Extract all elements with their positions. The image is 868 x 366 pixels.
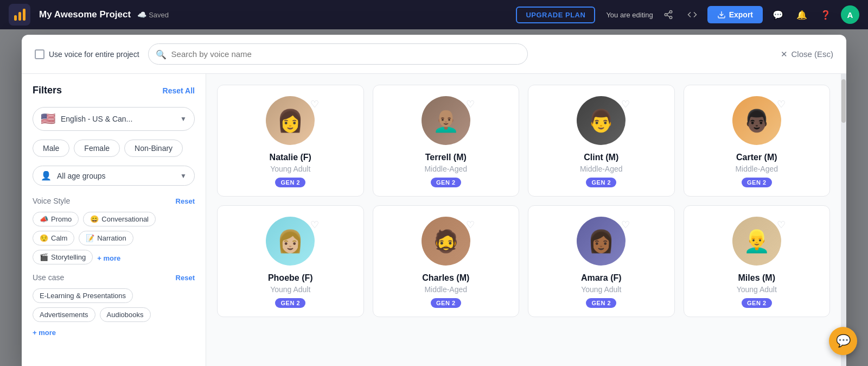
voice-search-input[interactable] xyxy=(148,43,528,65)
export-button[interactable]: Export xyxy=(707,6,763,23)
chat-icon-btn[interactable]: 💬 xyxy=(769,6,787,23)
style-storytelling-tag[interactable]: 🎬 Storytelling xyxy=(33,250,93,264)
usecase-ads-tag[interactable]: Advertisements xyxy=(33,307,95,322)
gender-nonbinary-button[interactable]: Non-Binary xyxy=(124,140,183,157)
chat-bubble-button[interactable]: 💬 xyxy=(829,327,857,355)
voice-card-phoebe[interactable]: 👩🏼 ♡ Phoebe (F) Young Adult GEN 2 xyxy=(217,205,364,317)
voice-card-carter[interactable]: 👨🏿 ♡ Carter (M) Middle-Aged GEN 2 xyxy=(684,85,831,197)
miles-gen-badge: GEN 2 xyxy=(742,298,772,308)
more-styles-button[interactable]: + more xyxy=(97,252,120,264)
voice-style-header: Voice Style Reset xyxy=(33,197,195,205)
terrell-favorite-button[interactable]: ♡ xyxy=(466,98,475,110)
narration-label: Narration xyxy=(97,234,126,242)
voice-picker-modal: Use voice for entire project 🔍 ✕ Close (… xyxy=(22,35,846,366)
user-avatar[interactable]: A xyxy=(841,5,859,24)
svg-point-1 xyxy=(665,14,667,16)
modal-scrollbar[interactable] xyxy=(841,74,846,366)
language-selector[interactable]: 🇺🇸 English - US & Can... ▼ xyxy=(33,107,195,131)
age-text: All age groups xyxy=(57,172,175,180)
age-chevron-icon: ▼ xyxy=(180,172,187,180)
usecase-elearning-tag[interactable]: E-Learning & Presentations xyxy=(33,288,133,303)
svg-line-4 xyxy=(667,12,669,14)
phoebe-avatar: 👩🏼 xyxy=(266,217,315,266)
reset-all-button[interactable]: Reset All xyxy=(163,86,195,95)
bell-button[interactable]: 🔔 xyxy=(793,6,810,23)
project-title: My Awesome Project xyxy=(39,9,131,20)
clint-avatar-wrap: 👨 ♡ xyxy=(577,96,626,145)
phoebe-favorite-button[interactable]: ♡ xyxy=(310,219,319,231)
carter-age: Middle-Aged xyxy=(735,165,778,173)
style-tags-group: 📣 Promo 😄 Conversational 😌 Calm 📝 xyxy=(33,212,195,264)
saved-status: ☁️ Saved xyxy=(137,10,169,19)
amara-gen-badge: GEN 2 xyxy=(586,298,616,308)
miles-favorite-button[interactable]: ♡ xyxy=(777,219,786,231)
voice-card-charles[interactable]: 🧔 ♡ Charles (M) Middle-Aged GEN 2 xyxy=(373,205,520,317)
voice-card-miles[interactable]: 👱‍♂️ ♡ Miles (M) Young Adult GEN 2 xyxy=(684,205,831,317)
miles-avatar: 👱‍♂️ xyxy=(732,217,781,266)
carter-gen-badge: GEN 2 xyxy=(742,178,772,187)
share-icon xyxy=(663,10,673,20)
style-conversational-tag[interactable]: 😄 Conversational xyxy=(83,212,156,226)
natalie-favorite-button[interactable]: ♡ xyxy=(310,98,319,110)
use-voice-checkbox[interactable] xyxy=(35,49,44,59)
voice-style-title: Voice Style xyxy=(33,197,70,205)
voice-card-natalie[interactable]: 👩 ♡ Natalie (F) Young Adult GEN 2 xyxy=(217,85,364,197)
clint-name: Clint (M) xyxy=(584,153,618,162)
modal-body: Filters Reset All 🇺🇸 English - US & Can.… xyxy=(22,74,846,366)
voice-card-clint[interactable]: 👨 ♡ Clint (M) Middle-Aged GEN 2 xyxy=(528,85,675,197)
help-button[interactable]: ❓ xyxy=(817,6,834,23)
more-usecases-button[interactable]: + more xyxy=(33,329,56,337)
charles-age: Middle-Aged xyxy=(424,285,467,294)
topbar: My Awesome Project ☁️ Saved UPGRADE PLAN… xyxy=(0,0,868,29)
natalie-avatar-wrap: 👩 ♡ xyxy=(266,96,315,145)
use-case-reset-button[interactable]: Reset xyxy=(176,274,195,282)
use-case-header: Use case Reset xyxy=(33,273,195,282)
promo-emoji: 📣 xyxy=(40,215,48,223)
share-button[interactable] xyxy=(660,6,677,23)
svg-point-0 xyxy=(669,11,672,14)
upgrade-button[interactable]: UPGRADE PLAN xyxy=(516,7,595,23)
amara-favorite-button[interactable]: ♡ xyxy=(621,219,630,231)
charles-name: Charles (M) xyxy=(422,273,469,283)
search-container: 🔍 xyxy=(148,43,528,65)
natalie-avatar: 👩 xyxy=(266,96,315,145)
svg-point-2 xyxy=(669,16,672,19)
close-button[interactable]: ✕ Close (Esc) xyxy=(781,49,833,59)
style-promo-tag[interactable]: 📣 Promo xyxy=(33,212,79,226)
logo xyxy=(9,4,30,26)
gender-female-button[interactable]: Female xyxy=(74,140,120,157)
style-narration-tag[interactable]: 📝 Narration xyxy=(79,231,133,245)
voices-grid: 👩 ♡ Natalie (F) Young Adult GEN 2 xyxy=(217,85,830,317)
natalie-age: Young Adult xyxy=(270,165,310,173)
carter-avatar-wrap: 👨🏿 ♡ xyxy=(732,96,781,145)
charles-avatar-wrap: 🧔 ♡ xyxy=(422,217,470,266)
modal-header: Use voice for entire project 🔍 ✕ Close (… xyxy=(22,35,846,74)
usecase-audiobooks-tag[interactable]: Audiobooks xyxy=(100,307,151,322)
terrell-avatar-wrap: 👨🏽‍🦲 ♡ xyxy=(422,96,470,145)
voice-style-reset-button[interactable]: Reset xyxy=(176,197,195,205)
scrollbar-thumb xyxy=(841,79,846,123)
chevron-down-icon: ▼ xyxy=(180,115,187,123)
age-selector[interactable]: 👤 All age groups ▼ xyxy=(33,166,195,186)
filters-header: Filters Reset All xyxy=(33,85,195,96)
gender-male-button[interactable]: Male xyxy=(33,140,69,157)
usecase-tags-group: E-Learning & Presentations Advertisement… xyxy=(33,288,195,322)
terrell-age: Middle-Aged xyxy=(424,165,467,173)
carter-favorite-button[interactable]: ♡ xyxy=(777,98,786,110)
charles-favorite-button[interactable]: ♡ xyxy=(466,219,475,231)
code-button[interactable] xyxy=(684,6,701,23)
gender-filter-group: Male Female Non-Binary xyxy=(33,140,195,157)
clint-avatar: 👨 xyxy=(577,96,626,145)
clint-age: Middle-Aged xyxy=(580,165,623,173)
storytelling-emoji: 🎬 xyxy=(40,253,48,261)
carter-avatar: 👨🏿 xyxy=(732,96,781,145)
voice-card-amara[interactable]: 👩🏾 ♡ Amara (F) Young Adult GEN 2 xyxy=(528,205,675,317)
terrell-gen-badge: GEN 2 xyxy=(431,178,461,187)
style-calm-tag[interactable]: 😌 Calm xyxy=(33,231,74,245)
clint-favorite-button[interactable]: ♡ xyxy=(621,98,630,110)
voice-card-terrell[interactable]: 👨🏽‍🦲 ♡ Terrell (M) Middle-Aged GEN 2 xyxy=(373,85,520,197)
filters-panel: Filters Reset All 🇺🇸 English - US & Can.… xyxy=(22,74,206,366)
use-voice-area: Use voice for entire project xyxy=(35,49,139,59)
download-icon xyxy=(717,10,726,19)
filters-title: Filters xyxy=(33,85,62,96)
